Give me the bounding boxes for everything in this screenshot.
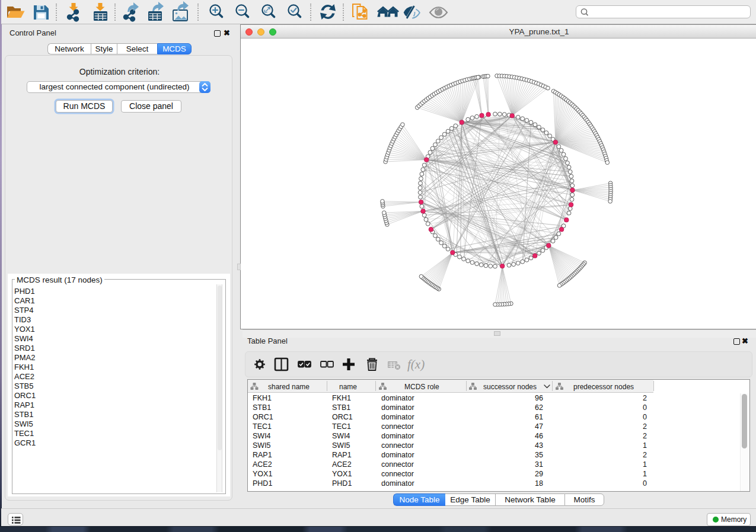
svg-text:f(x): f(x) (407, 357, 425, 371)
